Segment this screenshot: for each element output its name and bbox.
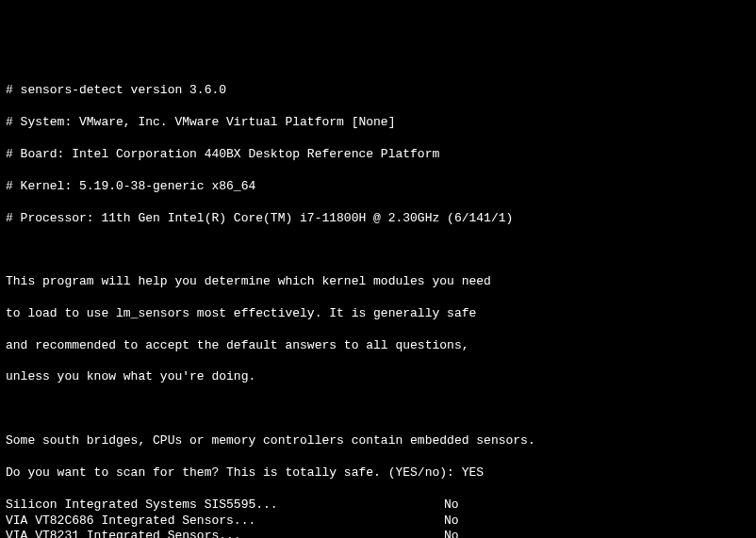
prompt-answer: YES [462,465,484,480]
header-system: # System: VMware, Inc. VMware Virtual Pl… [6,115,750,131]
blank-line [6,242,750,258]
terminal-output: # sensors-detect version 3.6.0 # System:… [6,68,750,538]
blank-line [6,401,750,417]
intro-line: This program will help you determine whi… [6,274,750,290]
intro-line: and recommended to accept the default an… [6,338,750,354]
scan-row: VIA VT8231 Integrated Sensors...No [6,529,750,538]
scan-row: Silicon Integrated Systems SIS5595...No [6,497,750,514]
header-board: # Board: Intel Corporation 440BX Desktop… [6,147,750,163]
header-version: # sensors-detect version 3.6.0 [6,83,750,99]
scan-results: Silicon Integrated Systems SIS5595...NoV… [6,497,750,538]
section-desc: Some south bridges, CPUs or memory contr… [6,433,750,449]
scan-result: No [444,529,459,538]
intro-line: unless you know what you're doing. [6,369,750,385]
scan-row: VIA VT82C686 Integrated Sensors...No [6,514,750,530]
scan-result: No [444,497,459,514]
header-processor: # Processor: 11th Gen Intel(R) Core(TM) … [6,211,750,227]
scan-name: VIA VT82C686 Integrated Sensors... [6,514,444,530]
prompt-line: Do you want to scan for them? This is to… [6,465,750,481]
scan-name: Silicon Integrated Systems SIS5595... [6,497,444,514]
header-kernel: # Kernel: 5.19.0-38-generic x86_64 [6,179,750,195]
scan-name: VIA VT8231 Integrated Sensors... [6,529,444,538]
intro-line: to load to use lm_sensors most effective… [6,306,750,322]
prompt-text: Do you want to scan for them? This is to… [6,465,462,480]
scan-result: No [444,514,459,530]
